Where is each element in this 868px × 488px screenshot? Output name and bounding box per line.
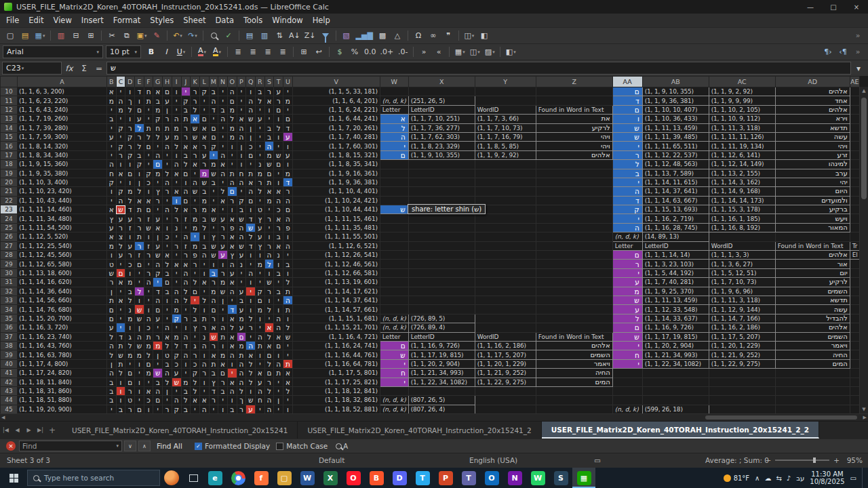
minimize-button[interactable]: — — [799, 0, 822, 14]
cell-AC45[interactable] — [709, 405, 775, 413]
cell-K42[interactable]: ל — [191, 378, 200, 386]
cell-G33[interactable]: ה — [153, 296, 163, 304]
cell-Z21[interactable] — [536, 187, 612, 196]
cell-S45[interactable]: ה — [264, 405, 274, 413]
cell-L19[interactable]: מ — [199, 169, 209, 178]
cell-S33[interactable]: ו — [264, 296, 274, 304]
cell-AC14[interactable]: (1, 1, 11, 3, 118) — [709, 123, 775, 132]
cell-A29[interactable]: (1, 1, 12, 65, 580) — [18, 260, 107, 268]
cell-N41[interactable]: ם — [218, 369, 228, 378]
cell-C33[interactable]: א — [116, 296, 125, 304]
cell-V10[interactable]: (1, 1, 5, 33, 181) — [292, 87, 380, 96]
cell-AB33[interactable]: (1, 1, 11, 13, 459) — [642, 296, 709, 304]
cell-F22[interactable]: א — [144, 196, 153, 205]
cell-AB38[interactable]: (1, 1, 20, 2, 904) — [642, 341, 709, 350]
cell-AA40[interactable]: י — [612, 359, 642, 368]
cell-AE23[interactable] — [850, 205, 859, 214]
weather-widget[interactable]: 81°F — [724, 474, 749, 482]
cell-W36[interactable]: (n, d, k) — [380, 323, 408, 332]
row-header-29[interactable]: 29 — [1, 260, 18, 268]
cell-AE12[interactable] — [850, 105, 859, 114]
cell-J28[interactable]: ר — [181, 251, 191, 260]
function-wizard-button[interactable]: fx — [62, 64, 77, 73]
cell-M14[interactable]: ם — [209, 123, 218, 132]
cell-AE32[interactable] — [850, 287, 859, 296]
cell-P23[interactable]: ב — [237, 205, 246, 214]
cell-J30[interactable]: ה — [181, 268, 191, 277]
cell-J15[interactable]: ר — [181, 132, 191, 141]
cell-X36[interactable]: (726, 89, 4) — [408, 323, 475, 332]
cell-AC15[interactable]: (1, 1, 11, 11, 126) — [709, 132, 775, 141]
cell-Q37[interactable]: י — [246, 332, 256, 341]
cell-W17[interactable]: ם — [380, 150, 408, 159]
sheet-tab-2[interactable]: USER_FILE_Matrix2D_Koren_40TORAH_Instruc… — [298, 422, 541, 439]
cell-V27[interactable]: (1, 1, 12, 6, 521) — [292, 241, 380, 250]
cell-S34[interactable]: ל — [264, 305, 274, 314]
cell-E17[interactable]: ב — [135, 150, 144, 159]
cell-T21[interactable]: א — [274, 187, 283, 196]
cell-C35[interactable]: י — [116, 314, 125, 323]
cell-B20[interactable]: ק — [107, 178, 117, 186]
cell-AC21[interactable]: (1, 1, 14, 9, 168) — [709, 187, 775, 196]
cell-AD40[interactable]: המים — [775, 359, 850, 368]
cell-AD36[interactable]: אלהים — [775, 323, 850, 332]
cell-AE35[interactable] — [850, 314, 859, 323]
align-right-button[interactable]: ≣ — [261, 45, 275, 59]
cell-H21[interactable]: ר — [163, 187, 172, 196]
task-view-button[interactable] — [183, 468, 203, 488]
cell-I42[interactable]: ש — [172, 378, 181, 386]
cell-S14[interactable]: ב — [264, 123, 274, 132]
cell-Q44[interactable]: ש — [246, 396, 256, 405]
cell-C45[interactable]: ב — [116, 405, 125, 413]
cell-C32[interactable]: י — [116, 287, 125, 296]
cell-H13[interactable]: ר — [163, 115, 172, 123]
cell-AB40[interactable]: (1, 1, 22, 34, 1082) — [642, 359, 709, 368]
cell-F30[interactable]: ר — [144, 268, 153, 277]
zoom-slider-handle[interactable] — [813, 458, 816, 463]
cell-J11[interactable]: ק — [181, 96, 191, 105]
zoom-slider[interactable] — [775, 460, 829, 461]
cell-AA38[interactable]: י — [612, 341, 642, 350]
cell-R41[interactable]: א — [256, 369, 265, 378]
cell-T11[interactable]: ר — [274, 96, 283, 105]
cell-AA29[interactable]: ר — [612, 260, 642, 268]
expand-formula-bar-button[interactable]: ▾ — [851, 64, 866, 73]
cell-Z14[interactable]: לרקיע — [536, 123, 612, 132]
cell-AA16[interactable]: י — [612, 142, 642, 150]
cell-I37[interactable]: מ — [172, 332, 181, 341]
cell-O20[interactable]: ה — [227, 178, 237, 186]
row-header-15[interactable]: 15 — [1, 132, 18, 141]
cell-E37[interactable]: ה — [135, 332, 144, 341]
cell-A14[interactable]: (1, 1, 7, 39, 280) — [18, 123, 107, 132]
cell-C13[interactable]: י — [116, 115, 125, 123]
cell-C41[interactable]: ל — [116, 369, 125, 378]
freeze-rows-columns-dropdown-arrow[interactable]: ▾ — [472, 33, 475, 39]
left-to-right-button[interactable]: ¶› — [821, 45, 835, 59]
cell-AD31[interactable]: לרקיע — [775, 278, 850, 287]
cell-B22[interactable]: י — [107, 196, 117, 205]
cell-A43[interactable]: (1, 1, 18, 31, 860) — [18, 386, 107, 395]
zoom-in-button[interactable]: + — [833, 456, 840, 464]
name-box[interactable]: C23 ▾ — [2, 62, 62, 75]
save-button[interactable]: ▦▾ — [33, 29, 47, 43]
cell-I41[interactable]: ע — [172, 369, 181, 378]
cell-K36[interactable]: ץ — [191, 323, 200, 332]
cell-V22[interactable]: (1, 1, 10, 24, 421) — [292, 196, 380, 205]
cell-P44[interactable]: ך — [237, 396, 246, 405]
cell-Z15[interactable]: ויהי — [536, 132, 612, 141]
cell-F39[interactable]: ל — [144, 350, 153, 359]
cell-Y14[interactable]: (1, 1, 7, 10, 73) — [475, 123, 536, 132]
format-currency-button[interactable]: $ — [333, 45, 347, 59]
cell-M24[interactable]: ש — [209, 214, 218, 223]
cell-Z35[interactable] — [536, 314, 612, 323]
cell-K27[interactable]: מ — [191, 241, 200, 250]
cell-I33[interactable]: ה — [172, 296, 181, 304]
cell-M19[interactable]: ש — [209, 169, 218, 178]
row-header-40[interactable]: 40 — [1, 359, 18, 368]
cell-D12[interactable]: ל — [125, 105, 135, 114]
cell-F17[interactable]: י — [144, 150, 153, 159]
background-color-button[interactable]: ▨▾ — [483, 45, 496, 59]
cell-H12[interactable]: ן — [163, 105, 172, 114]
cell-J27[interactable]: ז — [181, 241, 191, 250]
cell-N18[interactable]: א — [218, 160, 228, 169]
